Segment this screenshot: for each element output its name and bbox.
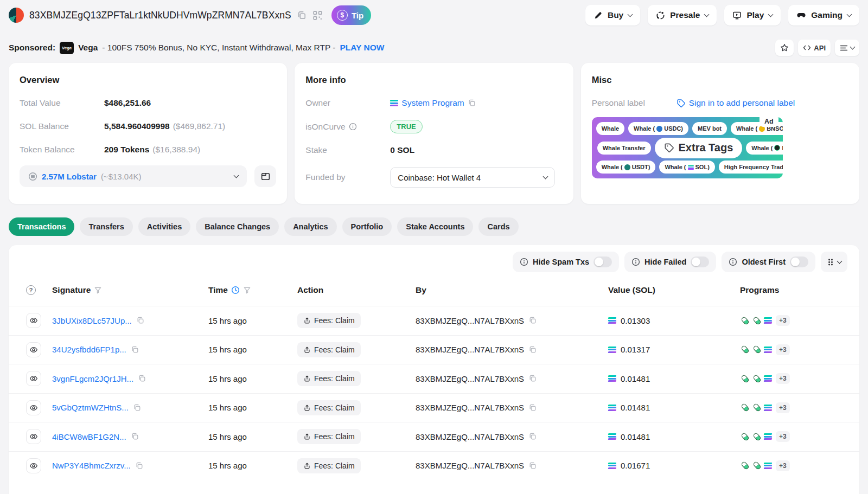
solana-icon <box>608 375 616 382</box>
time-cell: 15 hrs ago <box>208 403 297 412</box>
more-programs-badge[interactable]: +3 <box>776 344 790 355</box>
copy-icon[interactable] <box>528 316 537 325</box>
time-cell: 15 hrs ago <box>208 345 297 354</box>
qr-code-icon <box>312 10 323 21</box>
hide-spam-toggle[interactable]: Hide Spam Txs <box>513 252 619 272</box>
toggle-switch <box>593 256 612 267</box>
claim-icon <box>303 346 311 354</box>
signature-link[interactable]: 3JbUXix8DLc57JUp... <box>52 316 132 325</box>
more-programs-badge[interactable]: +3 <box>776 431 790 442</box>
pump-program-icon <box>752 403 762 413</box>
tab-portfolio[interactable]: Portfolio <box>342 217 392 236</box>
tab-activities[interactable]: Activities <box>138 217 190 236</box>
copy-address-button[interactable] <box>297 10 307 21</box>
clock-icon[interactable] <box>231 286 240 294</box>
page: 83XBMJZEgQ13ZPFTaLr1ktNkUDHVmWpZRMN7AL7B… <box>0 0 868 494</box>
preview-eye-button[interactable] <box>26 342 41 357</box>
play-dropdown-button[interactable]: Play <box>724 5 781 25</box>
action-badge: Fees: Claim <box>297 458 361 473</box>
summary-cards: Overview Total Value $486,251.66 SOL Bal… <box>0 63 868 204</box>
filter-funnel-icon[interactable] <box>94 286 102 294</box>
more-programs-badge[interactable]: +3 <box>776 402 790 413</box>
list-menu-button[interactable] <box>835 40 859 56</box>
copy-icon[interactable] <box>468 99 476 107</box>
copy-icon[interactable] <box>528 374 537 383</box>
wallet-icon <box>260 171 271 182</box>
more-programs-badge[interactable]: +3 <box>776 460 790 471</box>
claim-icon <box>303 433 311 440</box>
copy-icon[interactable] <box>528 432 537 441</box>
pump-program-icon <box>752 316 762 325</box>
signature-link[interactable]: 5vGbQztmWZHtnS... <box>52 403 129 412</box>
owner-link[interactable]: System Program <box>401 98 464 108</box>
sign-in-personal-label-link[interactable]: Sign in to add personal label <box>689 98 795 108</box>
filter-funnel-icon[interactable] <box>243 286 251 294</box>
value-header: Value (SOL) <box>608 285 655 295</box>
copy-icon[interactable] <box>133 403 142 412</box>
hide-failed-toggle[interactable]: Hide Failed <box>624 252 716 272</box>
by-header: By <box>416 285 426 295</box>
signature-link[interactable]: 34U2ysfbdd6FP1p... <box>52 345 126 354</box>
signature-link[interactable]: 3vgnFLgcm2JQr1JH... <box>52 374 133 383</box>
extra-tags-ad-banner[interactable]: Ad WhaleWhale (USDC)MEV botWhale (BNSOL)… <box>592 117 783 178</box>
presale-dropdown-button[interactable]: Presale <box>648 5 717 25</box>
preview-eye-button[interactable] <box>26 400 41 415</box>
copy-icon[interactable] <box>528 461 537 470</box>
pump-program-icon <box>740 374 750 383</box>
play-now-link[interactable]: PLAY NOW <box>340 43 385 53</box>
chevron-down-icon <box>847 11 852 17</box>
qr-code-button[interactable] <box>312 10 323 21</box>
tab-analytics[interactable]: Analytics <box>284 217 336 236</box>
tab-transactions[interactable]: Transactions <box>9 217 74 236</box>
copy-icon[interactable] <box>136 316 145 325</box>
wallet-portfolio-button[interactable] <box>254 165 276 187</box>
preview-eye-button[interactable] <box>26 371 41 386</box>
claim-icon <box>303 375 311 382</box>
solana-icon <box>688 165 694 170</box>
token-selector[interactable]: 2.57M Lobstar (~$13.04K) <box>20 165 247 187</box>
time-cell: 15 hrs ago <box>208 461 297 470</box>
pump-program-icon <box>740 432 750 441</box>
more-info-card: More info Owner System Program isOnCurve… <box>295 63 573 204</box>
sol-balance: 5,584.960409998 <box>104 121 170 131</box>
tab-balance-changes[interactable]: Balance Changes <box>196 217 279 236</box>
ad-tag-pill: Whale (PUMP) <box>746 142 782 155</box>
tab-stake-accounts[interactable]: Stake Accounts <box>397 217 473 236</box>
tab-bar: Transactions Transfers Activities Balanc… <box>0 217 868 236</box>
stake-label: Stake <box>305 145 390 155</box>
eye-icon <box>29 432 38 441</box>
buy-dropdown-button[interactable]: Buy <box>585 5 640 25</box>
oldest-first-toggle[interactable]: Oldest First <box>722 252 815 272</box>
owner-label: Owner <box>305 98 390 108</box>
misc-card: Misc Personal label Sign in to add perso… <box>581 63 859 204</box>
copy-icon[interactable] <box>138 374 146 383</box>
preview-eye-button[interactable] <box>26 429 41 444</box>
copy-icon[interactable] <box>131 345 139 354</box>
columns-settings-button[interactable] <box>821 252 847 272</box>
tip-button[interactable]: $ Tip <box>331 5 371 25</box>
tab-cards[interactable]: Cards <box>478 217 518 236</box>
copy-icon[interactable] <box>131 432 139 441</box>
copy-icon[interactable] <box>528 403 537 412</box>
usdc-icon <box>656 126 662 132</box>
api-button[interactable]: API <box>798 40 831 56</box>
more-programs-badge[interactable]: +3 <box>776 315 790 326</box>
copy-icon[interactable] <box>135 461 144 470</box>
preview-eye-button[interactable] <box>26 458 41 473</box>
solana-program-icon <box>764 463 772 469</box>
favorite-button[interactable] <box>775 40 794 56</box>
copy-icon[interactable] <box>528 345 537 354</box>
token-selector-usd: (~$13.04K) <box>101 172 142 181</box>
help-icon[interactable]: ? <box>26 285 36 295</box>
gaming-dropdown-button[interactable]: Gaming <box>788 5 859 25</box>
tab-transfers[interactable]: Transfers <box>80 217 132 236</box>
topbar: 83XBMJZEgQ13ZPFTaLr1ktNkUDHVmWpZRMN7AL7B… <box>0 0 868 25</box>
more-programs-badge[interactable]: +3 <box>776 373 790 384</box>
signature-link[interactable]: NwP3Y4BhmcZxrzv... <box>52 461 131 470</box>
signature-link[interactable]: 4iBCW8wBF1G2N... <box>52 432 126 441</box>
funded-by-select[interactable]: Coinbase: Hot Wallet 4 <box>390 167 555 188</box>
pump-program-icon <box>740 345 750 355</box>
preview-eye-button[interactable] <box>26 313 41 328</box>
table-row: 5vGbQztmWZHtnS... 15 hrs ago Fees: Claim… <box>9 393 859 422</box>
solana-icon <box>608 347 616 353</box>
